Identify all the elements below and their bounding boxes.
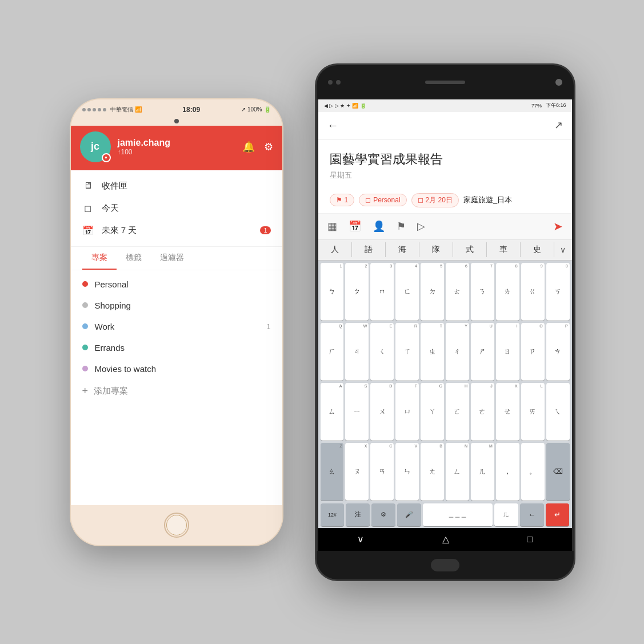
iphone-home-button[interactable]: [71, 505, 282, 545]
nav-item-today[interactable]: ◻ 今天: [71, 197, 282, 219]
key-ㄉ[interactable]: 5ㄉ: [421, 263, 444, 321]
key-comma[interactable]: ，: [496, 443, 519, 501]
nav-item-next7[interactable]: 📅 未來 7 天 1: [71, 219, 282, 242]
iphone-dots: 中華電信 📶: [82, 106, 142, 114]
project-work[interactable]: Work 1: [71, 316, 282, 337]
key-ㄌ[interactable]: 8ㄌ: [496, 263, 519, 321]
inbox-label: 收件匣: [102, 181, 271, 191]
key-space[interactable]: ＿＿＿: [423, 503, 493, 526]
key-ㄔ[interactable]: Yㄔ: [446, 323, 469, 381]
key-settings[interactable]: ⚙: [371, 503, 395, 526]
add-project-button[interactable]: + 添加專案: [71, 379, 282, 403]
android-bottom-bezel: [317, 551, 574, 579]
suggestion-人[interactable]: 人: [318, 242, 352, 257]
toolbar-flag-icon[interactable]: ⚑: [397, 220, 406, 233]
suggestions-expand[interactable]: ∨: [554, 243, 571, 257]
inbox-icon: 🖥: [82, 181, 94, 191]
tab-filters[interactable]: 過濾器: [151, 247, 193, 270]
suggestion-語[interactable]: 語: [352, 242, 386, 257]
key-ㄙ[interactable]: Aㄙ: [321, 383, 344, 441]
tag-priority[interactable]: ⚑ 1: [330, 194, 355, 206]
key-ㄖ[interactable]: Iㄖ: [496, 323, 519, 381]
project-errands[interactable]: Errands: [71, 337, 282, 358]
key-ㄩ[interactable]: Fㄩ: [395, 383, 419, 441]
project-dot-work: [82, 323, 88, 329]
suggestion-式[interactable]: 式: [453, 242, 487, 257]
toolbar-send-button[interactable]: ➤: [553, 219, 563, 233]
nav-back[interactable]: ∨: [357, 534, 364, 545]
key-ㄦ2[interactable]: ㄦ: [494, 503, 518, 526]
key-ㄧ[interactable]: Sㄧ: [345, 383, 369, 441]
key-ㄐ[interactable]: Wㄐ: [345, 323, 369, 381]
android-fingerprint-area[interactable]: [431, 559, 459, 571]
project-name-movies: Movies to watch: [95, 364, 271, 374]
back-button[interactable]: ←: [327, 119, 339, 132]
key-shift[interactable]: Zㄠ: [321, 443, 344, 501]
key-backspace[interactable]: ⌫: [546, 443, 570, 501]
tag-date[interactable]: ◻ 2月 20日: [411, 193, 459, 207]
key-ㄘ[interactable]: Pㄘ: [546, 323, 570, 381]
keyboard-suggestions: 人 語 海 隊 式 車 史 ∨: [318, 240, 572, 261]
key-ㄢ[interactable]: Cㄢ: [370, 443, 394, 501]
toolbar-label-icon[interactable]: ▷: [417, 220, 425, 233]
tab-labels[interactable]: 標籤: [117, 247, 151, 270]
key-zhu[interactable]: 注: [346, 503, 370, 526]
suggestion-隊[interactable]: 隊: [419, 242, 453, 257]
key-enter[interactable]: ↵: [546, 503, 570, 526]
key-left-arrow[interactable]: ←: [520, 503, 544, 526]
share-button[interactable]: ↗: [554, 119, 563, 131]
key-ㄍ[interactable]: 9ㄍ: [521, 263, 545, 321]
nav-recents[interactable]: □: [527, 534, 533, 545]
key-ㄞ[interactable]: Lㄞ: [521, 383, 545, 441]
key-ㄚ[interactable]: Gㄚ: [421, 383, 444, 441]
key-ㄤ[interactable]: Bㄤ: [421, 443, 444, 501]
key-ㄡ[interactable]: Xㄡ: [345, 443, 369, 501]
key-ㄓ[interactable]: Tㄓ: [421, 323, 444, 381]
date-value: 2月 20日: [426, 195, 453, 205]
project-personal[interactable]: Personal: [71, 274, 282, 295]
project-movies[interactable]: Movies to watch: [71, 358, 282, 379]
key-ㄜ[interactable]: Jㄜ: [471, 383, 494, 441]
suggestion-史[interactable]: 史: [521, 242, 554, 257]
suggestion-車[interactable]: 車: [487, 242, 521, 257]
avatar-text: jc: [91, 141, 99, 153]
project-dot-personal: [82, 281, 88, 287]
bell-icon[interactable]: 🔔: [242, 141, 255, 153]
key-ㄛ[interactable]: Hㄛ: [446, 383, 469, 441]
settings-icon[interactable]: ⚙: [264, 141, 273, 153]
key-ㄦ[interactable]: Mㄦ: [471, 443, 494, 501]
key-ㄋ[interactable]: 7ㄋ: [471, 263, 494, 321]
toolbar-person-icon[interactable]: 👤: [373, 220, 385, 233]
key-ㄕ[interactable]: Uㄕ: [471, 323, 494, 381]
project-shopping[interactable]: Shopping: [71, 295, 282, 316]
key-12#[interactable]: 12#: [321, 503, 345, 526]
key-ㄊ[interactable]: 6ㄊ: [446, 263, 469, 321]
android-top-left: [328, 80, 341, 85]
suggestion-海[interactable]: 海: [386, 242, 419, 257]
next7-icon: 📅: [82, 225, 94, 236]
key-ㄈ[interactable]: 4ㄈ: [395, 263, 419, 321]
carrier-label: 中華電信: [110, 106, 133, 114]
key-ㄗ[interactable]: Oㄗ: [521, 323, 545, 381]
points: ↑100: [118, 148, 235, 156]
key-ㄟ[interactable]: ㄟ: [546, 383, 570, 441]
key-mic[interactable]: 🎤: [397, 503, 421, 526]
key-ㄨ[interactable]: Dㄨ: [370, 383, 394, 441]
toolbar-grid-icon[interactable]: ▦: [327, 220, 337, 233]
key-ㄣ[interactable]: Vㄣ: [395, 443, 419, 501]
tag-project[interactable]: ◻ Personal: [359, 194, 406, 206]
key-ㄆ[interactable]: 2ㄆ: [345, 263, 369, 321]
tab-projects[interactable]: 專案: [82, 247, 117, 270]
key-ㄇ[interactable]: 3ㄇ: [370, 263, 394, 321]
key-ㄎ[interactable]: 0ㄎ: [546, 263, 570, 321]
key-ㄝ[interactable]: Kㄝ: [496, 383, 519, 441]
toolbar-calendar-icon[interactable]: 📅: [349, 220, 361, 233]
key-ㄒ[interactable]: Rㄒ: [395, 323, 419, 381]
key-ㄥ[interactable]: Nㄥ: [446, 443, 469, 501]
key-ㄅ[interactable]: 1ㄅ: [321, 263, 344, 321]
nav-item-inbox[interactable]: 🖥 收件匣: [71, 175, 282, 197]
nav-home[interactable]: △: [442, 534, 449, 545]
key-period[interactable]: 。: [521, 443, 545, 501]
key-ㄑ[interactable]: Eㄑ: [370, 323, 394, 381]
key-ㄏ[interactable]: Qㄏ: [321, 323, 344, 381]
